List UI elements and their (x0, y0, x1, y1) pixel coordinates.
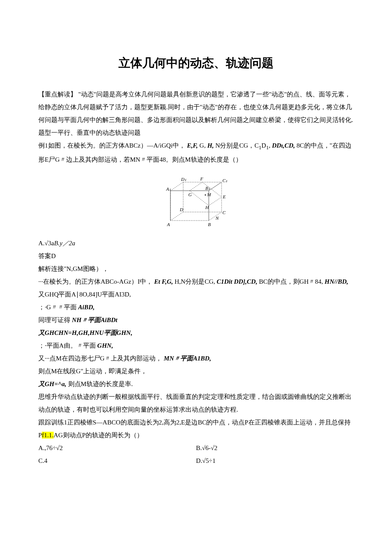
track-option-a: A.,76÷√2 (38, 442, 196, 454)
track-option-c: C.4 (38, 454, 196, 467)
svg-text:C: C (222, 210, 226, 215)
svg-text:N: N (215, 215, 219, 221)
sol4-a: ；·G〃〃平面 (38, 304, 77, 311)
sol7-italic: GHN, (97, 342, 113, 349)
sol10-b: 则点M轨迹的长度是率. (68, 381, 133, 387)
solution-line-6: 又GHCHN=H,GH,HNU平面GHN, (38, 326, 354, 339)
ex1-text-e: , (269, 142, 271, 149)
sol8-a: 又···点M在四边形七尸G〃上及其内部运动， (38, 355, 162, 362)
svg-text:E: E (222, 194, 226, 199)
solution-line-7: ；·平面A由。〃平面 GHN, (38, 339, 354, 352)
svg-text:A₁: A₁ (166, 186, 171, 192)
solution-line-2: ···在棱长为。的正方体ABCo-AGz）I中， Et F,G, H,N分别是C… (38, 275, 354, 288)
solution-line-10: 又GH=^a, 则点M轨迹的长度是率. (38, 378, 354, 390)
page-title: 立体几何中的动态、轨迹问题 (38, 51, 354, 75)
svg-text:D: D (179, 207, 183, 212)
summary-paragraph: 思维升华动点轨迹的判断一般根据线面平行、线面垂直的判定定理和性质定理，结合圆或圆… (38, 390, 354, 416)
sol5-italic: NH〃平面AiBDt (72, 317, 118, 323)
ex1-italic-1: E,F, (187, 142, 198, 149)
intro-paragraph: 【重点解读】 "动态"问题是高考立体几何问题最具创新意识的题型，它渗透了一些"动… (38, 88, 354, 126)
ex1-italic-3: DDι,CD, (272, 142, 295, 149)
sol2-italic-3: HN//BD, (325, 278, 348, 285)
solution-line-9: 则点M在线段G"上运动，即满足条件， (38, 365, 354, 378)
sol7-a: ；·平面A由。〃平面 (38, 342, 96, 349)
sol2-c: BC的中点，则GH〃84, (259, 278, 323, 285)
ex1-italic-2: H, (207, 142, 213, 149)
solution-line-1: 解析连接"N,GM图略）， (38, 262, 354, 275)
solution-line-8: 又···点M在四边形七尸G〃上及其内部运动， MN〃平面A1BD, (38, 352, 354, 365)
solution-line-3: 又GHQ平面A∣8O,84]U平面AI3D, (38, 288, 354, 301)
option-a: A.√3a (38, 240, 54, 247)
sol2-a: ···在棱长为。的正方体ABCo-AGz）I中， (38, 278, 153, 285)
svg-text:A: A (167, 222, 170, 227)
option-b-italic: B.y／2a (54, 240, 75, 247)
track-practice-1: 跟踪训练1正四棱锥S—ABCO的底面边长为2,高为2,E是边BC的中点，动点P在… (38, 416, 354, 442)
example-1-statement: 例1如图，在棱长为。的正方体ABCz）—A/iGQi中， E,F, G, H, … (38, 139, 354, 166)
sol2-italic-1: Et F,G, (154, 278, 173, 285)
ex1-text-c: N分别是CG，C (216, 142, 259, 149)
sol10-italic: 又GH=^a, (38, 381, 66, 387)
svg-text:C₁: C₁ (222, 178, 228, 183)
section-heading-1: 题型一平行、垂直中的动态轨迹问题 (38, 126, 354, 139)
solution-line-5: 同理可证得 NH〃平面AiBDt (38, 314, 354, 326)
ex1-text-d: D (262, 142, 266, 149)
track-options-row-2: C.4 D.√5÷1 (38, 454, 354, 467)
sol2-italic-2: C1Dit DD],CD, (217, 278, 257, 285)
svg-text:H: H (205, 205, 209, 210)
svg-text:F: F (200, 176, 203, 181)
cube-diagram: A B C D A₁ B₁ C₁ D₁ E F G H M N (158, 169, 234, 233)
track-option-d: D.√5÷1 (196, 454, 354, 467)
example-1-options: A.√3aB.y／2a (38, 237, 354, 250)
svg-text:D₁: D₁ (181, 177, 186, 182)
answer-1: 答案D (38, 250, 354, 262)
ex1-text-b: G, (199, 142, 206, 149)
track1-highlight: f1.1. (42, 432, 54, 439)
document-page: 立体几何中的动态、轨迹问题 【重点解读】 "动态"问题是高考立体几何问题最具创新… (0, 0, 392, 555)
track-options-row-1: A.,76÷√2 B.√6-√2 (38, 442, 354, 454)
sol5-a: 同理可证得 (38, 317, 70, 323)
svg-point-0 (205, 195, 206, 195)
sol8-italic: MN〃平面A1BD, (164, 355, 211, 362)
svg-text:B: B (208, 222, 211, 227)
ex1-text-a: 例1如图，在棱长为。的正方体ABCz）—A/iGQi中， (38, 142, 185, 149)
sol2-b: H,N分别是CG, (175, 278, 215, 285)
track1-b: AG则动点P的轨迹的周长为（） (54, 432, 143, 439)
sol4-italic: AiBD, (78, 304, 95, 311)
track-option-b: B.√6-√2 (196, 442, 354, 454)
svg-text:M: M (207, 192, 211, 197)
svg-text:B₁: B₁ (205, 186, 210, 191)
solution-line-4: ；·G〃〃平面 AiBD, (38, 301, 354, 314)
svg-text:G: G (188, 192, 192, 197)
